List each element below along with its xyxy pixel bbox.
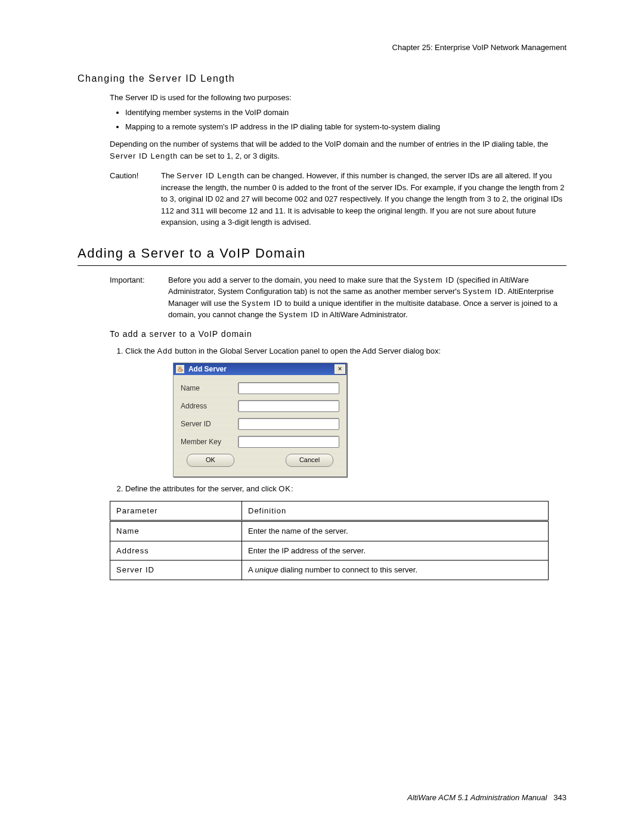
table-header-row: Parameter Definition: [110, 501, 549, 521]
server-id-input[interactable]: [238, 418, 339, 430]
term-server-id-length: Server ID Length: [110, 151, 178, 160]
field-label: Server ID: [181, 419, 238, 429]
caution-body: The Server ID Length can be changed. How…: [161, 170, 566, 228]
col-definition: Definition: [242, 501, 549, 521]
field-label: Member Key: [181, 436, 238, 447]
member-key-input[interactable]: [238, 436, 339, 448]
dialog-button-row: OK Cancel: [181, 454, 339, 469]
text: Depending on the number of systems that …: [110, 140, 548, 148]
important-block: Important: Before you add a server to th…: [110, 274, 566, 321]
steps-list: Click the Add button in the Global Serve…: [110, 345, 566, 495]
param-definition: A unique dialing number to connect to th…: [242, 561, 549, 580]
ok-button[interactable]: OK: [187, 454, 234, 467]
field-label: Address: [181, 401, 238, 411]
section-heading-adding-server: Adding a Server to a VoIP Domain: [78, 243, 566, 266]
text: in AltiWare Administrator.: [320, 310, 408, 319]
subheading-to-add-server: To add a server to a VoIP domain: [110, 328, 566, 340]
step-1: Click the Add button in the Global Serve…: [125, 345, 566, 478]
field-row-address: Address: [181, 400, 339, 412]
text: Click the: [125, 346, 157, 355]
text: A: [248, 565, 255, 574]
term: Add: [157, 346, 172, 355]
step-2: Define the attributes for the server, an…: [125, 483, 566, 495]
page-footer: AltiWare ACM 5.1 Administration Manual 3…: [407, 792, 566, 804]
page-number: 343: [553, 793, 566, 802]
text: Define the attributes for the server, an…: [125, 484, 278, 493]
chapter-header: Chapter 25: Enterprise VoIP Network Mana…: [78, 42, 566, 54]
italic-text: unique: [255, 565, 278, 574]
caution-label: Caution!: [110, 170, 161, 228]
purpose-list: Identifying member systems in the VoIP d…: [110, 107, 566, 132]
caution-block: Caution! The Server ID Length can be cha…: [110, 170, 566, 228]
intro-paragraph: The Server ID is used for the following …: [110, 92, 566, 104]
field-row-member-key: Member Key: [181, 436, 339, 448]
term: System ID: [278, 310, 320, 319]
text: dialing number to connect to this server…: [278, 565, 417, 574]
text: The: [161, 171, 177, 180]
important-label: Important:: [110, 274, 168, 321]
cancel-button[interactable]: Cancel: [286, 454, 333, 467]
text: Before you add a server to the domain, y…: [168, 275, 413, 284]
list-item: Mapping to a remote system's IP address …: [125, 121, 566, 133]
table-row: Address Enter the IP address of the serv…: [110, 541, 549, 561]
close-icon[interactable]: ×: [335, 364, 345, 374]
param-name: Name: [110, 521, 242, 541]
parameter-table: Parameter Definition Name Enter the name…: [110, 501, 549, 580]
field-row-name: Name: [181, 382, 339, 394]
param-name: Address: [110, 541, 242, 561]
important-body: Before you add a server to the domain, y…: [168, 274, 566, 321]
param-definition: Enter the name of the server.: [242, 521, 549, 541]
col-parameter: Parameter: [110, 501, 242, 521]
dialog-titlebar: ♨ Add Server ×: [174, 363, 346, 375]
manual-title: AltiWare ACM 5.1 Administration Manual: [407, 793, 547, 802]
paragraph: Depending on the number of systems that …: [110, 138, 566, 162]
term: OK: [278, 484, 291, 493]
param-name: Server ID: [110, 561, 242, 580]
address-input[interactable]: [238, 400, 339, 412]
list-item: Identifying member systems in the VoIP d…: [125, 107, 566, 119]
term: System ID: [413, 275, 454, 284]
field-row-server-id: Server ID: [181, 418, 339, 430]
section-heading-changing-server-id-length: Changing the Server ID Length: [78, 72, 566, 86]
param-definition: Enter the IP address of the server.: [242, 541, 549, 561]
term: Server ID Length: [177, 171, 244, 180]
term: System ID: [242, 299, 283, 308]
field-label: Name: [181, 383, 238, 394]
text: can be set to 1, 2, or 3 digits.: [178, 151, 280, 160]
add-server-dialog: ♨ Add Server × Name Address: [173, 363, 347, 477]
table-row: Server ID A unique dialing number to con…: [110, 561, 549, 580]
text: :: [291, 484, 293, 493]
dialog-body: Name Address Server ID Member Key: [174, 375, 346, 476]
java-icon: ♨: [176, 365, 184, 373]
table-row: Name Enter the name of the server.: [110, 521, 549, 541]
term: System ID: [463, 287, 504, 296]
page: Chapter 25: Enterprise VoIP Network Mana…: [0, 0, 644, 833]
dialog-title: Add Server: [188, 365, 227, 373]
name-input[interactable]: [238, 382, 339, 394]
text: button in the Global Server Location pan…: [173, 346, 441, 355]
add-server-dialog-screenshot: ♨ Add Server × Name Address: [173, 363, 566, 477]
